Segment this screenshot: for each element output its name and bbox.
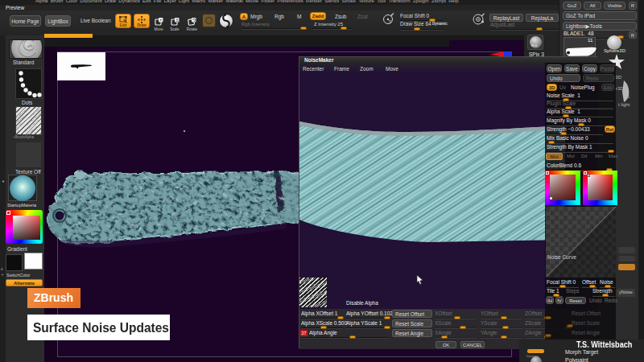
svg-text:S: S: [175, 19, 178, 23]
